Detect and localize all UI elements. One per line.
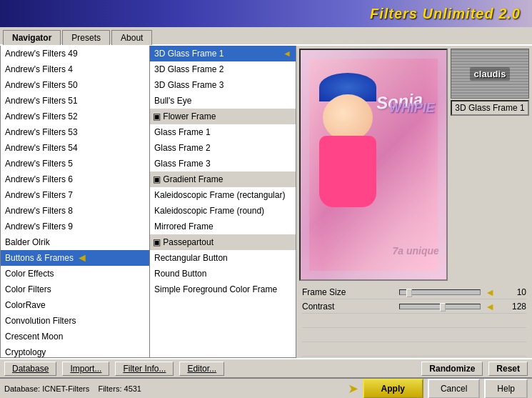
left-item-13[interactable]: Buttons & Frames◄: [1, 250, 149, 266]
group-label: Passepartout: [163, 237, 214, 247]
app-title: Filters Unlimited 2.0: [370, 6, 521, 22]
apply-button[interactable]: Apply: [363, 379, 423, 399]
param-arrow-icon-1: ◄: [485, 301, 495, 312]
left-item-18[interactable]: Crescent Moon: [1, 329, 149, 344]
param-label-1: Contrast: [302, 302, 395, 312]
buttons-frames-arrow: ◄: [76, 252, 88, 264]
left-item-9[interactable]: Andrew's Filters 7: [1, 187, 149, 203]
param-slider-thumb-1[interactable]: [440, 303, 446, 312]
middle-item-9[interactable]: Kaleidoscopic Frame (rectangular): [150, 187, 296, 203]
body: [319, 136, 376, 207]
param-row-empty3: [302, 342, 526, 357]
left-item-4[interactable]: Andrew's Filters 52: [1, 109, 149, 124]
left-item-0[interactable]: Andrew's Filters 49: [1, 46, 149, 61]
group-icon: ▣: [153, 174, 163, 184]
database-value: ICNET-Filters: [42, 384, 89, 393]
randomize-button[interactable]: Randomize: [421, 362, 483, 376]
reset-button[interactable]: Reset: [488, 362, 528, 376]
group-icon: ▣: [153, 237, 163, 247]
title-bar: Filters Unlimited 2.0: [0, 0, 532, 27]
group-label: Flower Frame: [163, 111, 216, 121]
middle-item-12: ▣ Passepartout: [150, 234, 296, 250]
middle-item-15[interactable]: Simple Foreground Color Frame: [150, 282, 296, 297]
left-item-1[interactable]: Andrew's Filters 4: [1, 61, 149, 77]
left-item-17[interactable]: Convolution Filters: [1, 313, 149, 329]
middle-item-1[interactable]: 3D Glass Frame 2: [150, 61, 296, 77]
middle-item-4: ▣ Flower Frame: [150, 109, 296, 124]
app-window: Filters Unlimited 2.0 Navigator Presets …: [0, 0, 532, 398]
left-item-5[interactable]: Andrew's Filters 53: [1, 124, 149, 140]
bottom-buttons: ➤ Apply Cancel Help: [348, 379, 528, 399]
head: [323, 94, 373, 141]
middle-item-0[interactable]: 3D Glass Frame 1 ◄: [150, 46, 296, 61]
tab-presets[interactable]: Presets: [62, 30, 110, 45]
tab-about[interactable]: About: [111, 30, 152, 45]
middle-item-13[interactable]: Rectangular Button: [150, 250, 296, 266]
param-row-empty2: [302, 328, 526, 342]
param-row-empty1: [302, 314, 526, 328]
left-item-10[interactable]: Andrew's Filters 8: [1, 203, 149, 219]
params-list: Frame Size◄10Contrast◄128: [302, 285, 526, 314]
left-item-3[interactable]: Andrew's Filters 51: [1, 93, 149, 109]
middle-item-5[interactable]: Glass Frame 1: [150, 124, 296, 140]
thumbnail-box: claudis: [451, 49, 529, 99]
help-button[interactable]: Help: [484, 379, 528, 399]
group-icon: ▣: [153, 111, 163, 121]
status-bar: Database: ICNET-Filters Filters: 4531 ➤ …: [0, 378, 532, 398]
left-item-19[interactable]: Cryptology: [1, 344, 149, 358]
left-item-7[interactable]: Andrew's Filters 5: [1, 156, 149, 171]
small-preview-column: claudis 3D Glass Frame 1: [451, 49, 529, 281]
left-item-12[interactable]: Balder Olrik: [1, 234, 149, 250]
thumbnail-label: claudis: [470, 67, 511, 81]
preview-logo: 7a unique: [392, 245, 438, 257]
middle-item-7[interactable]: Glass Frame 3: [150, 156, 296, 171]
right-column: Sonia WHIPIE 7a unique: [296, 46, 532, 358]
preview-text-whipie: WHIPIE: [389, 101, 435, 116]
left-item-11[interactable]: Andrew's Filters 9: [1, 219, 149, 234]
database-button[interactable]: Database: [4, 362, 56, 376]
middle-item-3[interactable]: Bull's Eye: [150, 93, 296, 109]
filter-name-label: 3D Glass Frame 1: [451, 100, 529, 116]
left-item-2[interactable]: Andrew's Filters 50: [1, 77, 149, 93]
middle-item-2[interactable]: 3D Glass Frame 3: [150, 77, 296, 93]
big-preview: Sonia WHIPIE 7a unique: [299, 49, 448, 281]
middle-item-6[interactable]: Glass Frame 2: [150, 140, 296, 156]
category-list: Andrew's Filters 49Andrew's Filters 4And…: [1, 46, 149, 358]
cancel-button[interactable]: Cancel: [428, 379, 480, 399]
database-label: Database:: [4, 384, 40, 393]
param-value-0: 10: [498, 287, 526, 297]
filters-value: 4531: [124, 384, 141, 393]
param-arrow-icon-0: ◄: [485, 287, 495, 298]
filter-list: 3D Glass Frame 1 ◄3D Glass Frame 23D Gla…: [150, 46, 296, 297]
filter-info-button[interactable]: Filter Info...: [115, 362, 174, 376]
import-button[interactable]: Import...: [62, 362, 109, 376]
middle-item-8: ▣ Gradient Frame: [150, 171, 296, 187]
content-area: Andrew's Filters 49Andrew's Filters 4And…: [0, 46, 532, 358]
left-item-14[interactable]: Color Effects: [1, 266, 149, 282]
left-item-6[interactable]: Andrew's Filters 54: [1, 140, 149, 156]
left-item-8[interactable]: Andrew's Filters 6: [1, 171, 149, 187]
middle-item-14[interactable]: Round Button: [150, 266, 296, 282]
param-row-1: Contrast◄128: [302, 299, 526, 314]
left-item-15[interactable]: Color Filters: [1, 282, 149, 297]
tabs-row: Navigator Presets About: [0, 27, 532, 46]
param-slider-thumb-0[interactable]: [406, 289, 412, 297]
filters-label: Filters:: [98, 384, 121, 393]
status-text: Database: ICNET-Filters Filters: 4531: [4, 384, 348, 393]
param-slider-1[interactable]: [399, 304, 481, 309]
params-area: Frame Size◄10Contrast◄128: [296, 284, 532, 358]
apply-arrow-icon: ➤: [348, 381, 358, 397]
middle-item-11[interactable]: Mirrored Frame: [150, 219, 296, 234]
left-panel: Andrew's Filters 49Andrew's Filters 4And…: [0, 46, 150, 358]
param-slider-0[interactable]: [399, 289, 481, 295]
cartoon-girl: [323, 73, 373, 279]
param-label-0: Frame Size: [302, 287, 395, 297]
action-bar: Database Import... Filter Info... Editor…: [0, 358, 532, 378]
left-item-16[interactable]: ColorRave: [1, 297, 149, 313]
tab-navigator[interactable]: Navigator: [3, 30, 61, 45]
middle-item-10[interactable]: Kaleidoscopic Frame (round): [150, 203, 296, 219]
editor-button[interactable]: Editor...: [179, 362, 224, 376]
param-row-0: Frame Size◄10: [302, 285, 526, 299]
preview-row: Sonia WHIPIE 7a unique: [296, 46, 532, 284]
selected-arrow-icon: ◄: [283, 47, 291, 60]
